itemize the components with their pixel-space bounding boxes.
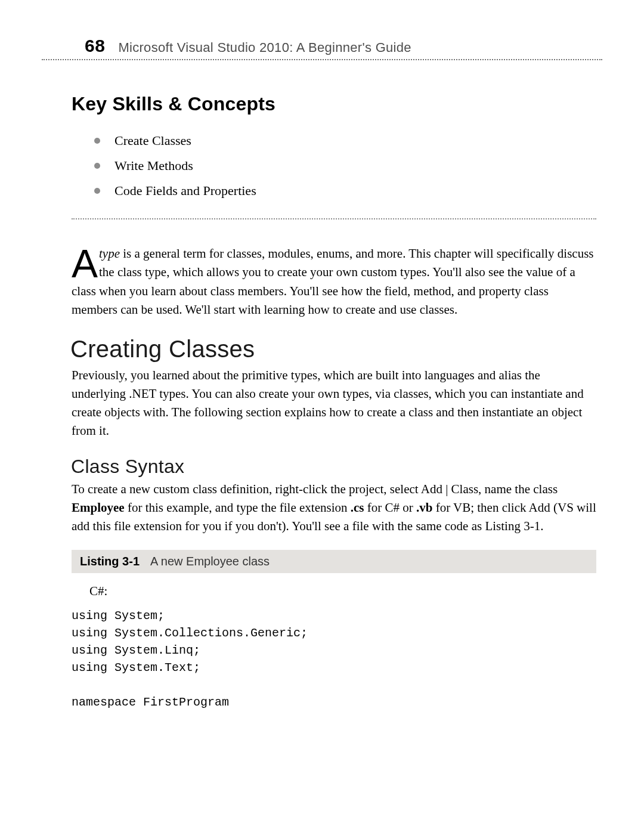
page-number: 68 (85, 36, 105, 56)
intro-lead-italic: type (99, 246, 120, 261)
listing-label: Listing 3-1 (80, 555, 140, 568)
text-run: To create a new custom class definition,… (72, 482, 558, 496)
class-syntax-title: Class Syntax (71, 456, 596, 478)
key-skills-title: Key Skills & Concepts (72, 93, 596, 115)
creating-classes-paragraph: Previously, you learned about the primit… (72, 366, 596, 440)
page: 68 Microsoft Visual Studio 2010: A Begin… (0, 0, 644, 823)
creating-classes-title: Creating Classes (70, 336, 596, 363)
list-item: Write Methods (94, 153, 596, 178)
bold-text: .vb (416, 500, 432, 515)
dropcap: A (72, 246, 99, 280)
code-language-label: C#: (89, 584, 596, 599)
list-item-label: Create Classes (114, 133, 191, 148)
code-block: using System; using System.Collections.G… (72, 607, 596, 711)
listing-caption: A new Employee class (150, 555, 270, 568)
content-area: Key Skills & Concepts Create Classes Wri… (42, 93, 602, 711)
class-syntax-paragraph: To create a new custom class definition,… (72, 480, 596, 536)
list-item-label: Write Methods (114, 158, 193, 173)
list-item: Create Classes (94, 128, 596, 153)
text-run: for C# or (364, 500, 416, 515)
running-title: Microsoft Visual Studio 2010: A Beginner… (118, 40, 411, 55)
list-item-label: Code Fields and Properties (114, 183, 256, 198)
listing-bar: Listing 3-1A new Employee class (72, 550, 596, 573)
key-skills-list: Create Classes Write Methods Code Fields… (72, 128, 596, 203)
running-head: 68 Microsoft Visual Studio 2010: A Begin… (42, 36, 602, 60)
text-run: for this example, and type the file exte… (125, 500, 351, 515)
bold-text: Employee (72, 500, 125, 515)
intro-paragraph: A type is a general term for classes, mo… (72, 245, 596, 318)
bold-text: .cs (351, 500, 364, 515)
divider (72, 218, 596, 219)
list-item: Code Fields and Properties (94, 178, 596, 203)
